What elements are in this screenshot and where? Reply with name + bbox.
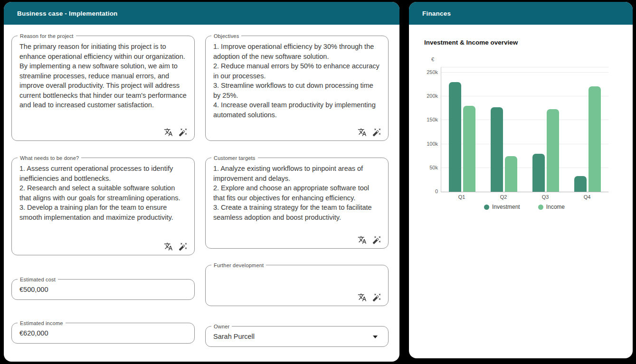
- finances-panel: Finances Investment & Income overview € …: [409, 2, 633, 358]
- legend-dot: [484, 205, 489, 210]
- finances-header: Finances: [409, 2, 633, 25]
- magic-wand-icon[interactable]: [179, 242, 188, 251]
- investment-bar-q2[interactable]: [491, 107, 503, 192]
- x-tick-label: Q2: [483, 194, 524, 200]
- owner-value: Sarah Purcell: [213, 333, 255, 340]
- bar-group-q4: [567, 67, 608, 192]
- estimated-income-field[interactable]: Estimated income €620,000: [11, 323, 195, 344]
- investment-bar-q4[interactable]: [574, 176, 587, 192]
- customer-targets-label: Customer targets: [211, 155, 258, 161]
- y-tick-label: 100k: [427, 141, 438, 147]
- y-tick-label: 200k: [427, 93, 438, 99]
- magic-wand-icon[interactable]: [179, 128, 188, 137]
- investment-bar-q1[interactable]: [449, 82, 461, 192]
- objectives-field[interactable]: Objectives 1. Improve operational effici…: [205, 36, 389, 141]
- bar-group-q1: [441, 67, 483, 192]
- reason-for-project-text[interactable]: The primary reason for initiating this p…: [12, 36, 194, 114]
- estimated-cost-field[interactable]: Estimated cost €500,000: [11, 279, 195, 300]
- chart-title: Investment & Income overview: [424, 39, 518, 46]
- what-needs-to-be-done-field[interactable]: What needs to be done? 1. Assess current…: [11, 158, 195, 255]
- magic-wand-icon[interactable]: [372, 235, 381, 244]
- estimated-income-value[interactable]: €620,000: [19, 329, 48, 337]
- y-tick-label: 250k: [427, 69, 438, 75]
- translate-icon[interactable]: [358, 235, 367, 244]
- translate-icon[interactable]: [358, 293, 367, 302]
- objectives-label: Objectives: [211, 33, 241, 39]
- chevron-down-icon[interactable]: [373, 336, 378, 338]
- what-needs-to-be-done-label: What needs to be done?: [18, 155, 81, 161]
- y-tick-label: 150k: [427, 117, 438, 122]
- further-development-field[interactable]: Further development: [205, 265, 389, 306]
- what-needs-to-be-done-text[interactable]: 1. Assess current operational processes …: [12, 158, 194, 226]
- reason-for-project-label: Reason for the project: [18, 33, 76, 39]
- legend-item-income[interactable]: Income: [538, 204, 565, 210]
- finances-title: Finances: [422, 10, 451, 17]
- investment-bar-q3[interactable]: [532, 154, 545, 192]
- customer-targets-text[interactable]: 1. Analyze existing workflows to pinpoin…: [206, 158, 388, 226]
- business-case-panel: Business case - Implementation Reason fo…: [4, 2, 399, 362]
- y-tick-label: 50k: [429, 165, 438, 170]
- income-bar-q4[interactable]: [589, 86, 601, 192]
- business-case-title: Business case - Implementation: [17, 10, 118, 17]
- income-bar-q3[interactable]: [547, 109, 559, 192]
- customer-targets-field[interactable]: Customer targets 1. Analyze existing wor…: [205, 158, 389, 249]
- legend-item-investment[interactable]: Investment: [484, 204, 520, 210]
- y-tick-label: 0: [435, 188, 438, 194]
- further-development-label: Further development: [211, 262, 266, 268]
- chart-bars: [441, 67, 608, 192]
- estimated-income-label: Estimated income: [18, 320, 66, 326]
- x-axis-labels: Q1Q2Q3Q4: [441, 194, 608, 200]
- bar-chart-plot-area: [441, 67, 608, 192]
- translate-icon[interactable]: [358, 128, 367, 137]
- bar-group-q2: [483, 67, 525, 192]
- x-tick-label: Q1: [441, 194, 483, 200]
- business-case-header: Business case - Implementation: [4, 2, 399, 25]
- x-tick-label: Q3: [524, 194, 566, 200]
- income-bar-q2[interactable]: [505, 156, 517, 192]
- y-axis-unit-label: €: [431, 56, 434, 62]
- owner-select[interactable]: Owner Sarah Purcell: [205, 326, 389, 347]
- income-bar-q1[interactable]: [463, 106, 475, 192]
- owner-label: Owner: [211, 324, 232, 329]
- translate-icon[interactable]: [164, 242, 173, 251]
- legend-label: Income: [546, 204, 565, 210]
- chart-legend: InvestmentIncome: [441, 204, 608, 210]
- magic-wand-icon[interactable]: [372, 128, 381, 137]
- y-axis-tick-labels: 050k100k150k200k250k: [409, 67, 438, 191]
- bar-group-q3: [525, 67, 567, 192]
- magic-wand-icon[interactable]: [372, 293, 381, 302]
- x-tick-label: Q4: [566, 194, 608, 200]
- legend-label: Investment: [492, 204, 520, 210]
- objectives-text[interactable]: 1. Improve operational efficiency by 30%…: [206, 36, 388, 123]
- estimated-cost-value[interactable]: €500,000: [19, 286, 48, 293]
- reason-for-project-field[interactable]: Reason for the project The primary reaso…: [11, 36, 195, 141]
- estimated-cost-label: Estimated cost: [18, 277, 58, 282]
- legend-dot: [538, 205, 543, 210]
- translate-icon[interactable]: [164, 128, 173, 137]
